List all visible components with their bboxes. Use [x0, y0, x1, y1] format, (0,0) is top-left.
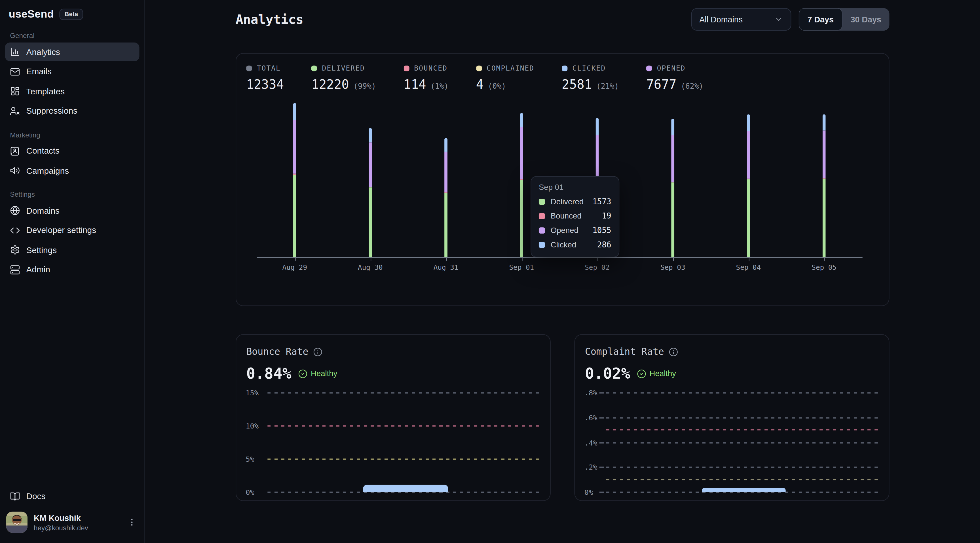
card-title: Complaint Rate — [585, 346, 664, 357]
sidebar-item-analytics[interactable]: Analytics — [5, 43, 140, 61]
bar-segment-delivered — [822, 179, 826, 257]
bounce-rate-series-area[interactable] — [363, 484, 448, 492]
avatar — [6, 511, 27, 533]
kebab-menu-icon[interactable] — [127, 517, 137, 527]
gridline-pink-threshold — [606, 429, 879, 430]
rate-cards-row: Bounce Rate 0.84% Healthy 15%10%5%0% — [235, 334, 889, 501]
y-axis-label: 0% — [245, 488, 255, 497]
x-axis-label: Sep 05 — [811, 264, 837, 272]
bar-segment-delivered — [671, 182, 674, 257]
tooltip-series-label: Delivered — [551, 197, 592, 206]
stat-color-dot — [246, 65, 252, 71]
sidebar-item-label: Settings — [26, 245, 57, 254]
user-menu[interactable]: KM Koushik hey@koushik.dev — [0, 507, 144, 538]
sidebar-item-label: Suppressions — [26, 106, 77, 116]
sidebar-item-suppressions[interactable]: Suppressions — [5, 102, 140, 120]
card-title: Bounce Rate — [246, 346, 308, 357]
status-label: Healthy — [311, 369, 337, 378]
stat-value: 114 — [404, 77, 426, 92]
stat-percentage: (99%) — [353, 82, 376, 90]
volume-bar-aug-29[interactable] — [293, 103, 296, 257]
sidebar-item-campaigns[interactable]: Campaigns — [5, 161, 140, 180]
tooltip-series-value: 1573 — [592, 197, 611, 206]
range-option-7-days[interactable]: 7 Days — [799, 8, 842, 30]
x-axis-tick — [748, 258, 749, 261]
tooltip-series-value: 286 — [597, 240, 611, 249]
app-logo: useSend — [9, 8, 54, 21]
bar-segment-delivered — [293, 175, 296, 257]
stat-color-dot — [476, 65, 482, 71]
sidebar-item-docs[interactable]: Docs — [5, 487, 140, 506]
domain-filter-select[interactable]: All Domains — [691, 8, 791, 30]
complaint-rate-value-row: 0.02% Healthy — [585, 365, 889, 382]
stat-value: 7677 — [646, 77, 676, 92]
sidebar-item-developer-settings[interactable]: Developer settings — [5, 221, 140, 240]
x-axis-tick — [294, 258, 295, 261]
tooltip-row-clicked: Clicked286 — [539, 240, 611, 249]
tooltip-color-chip — [539, 241, 545, 248]
stat-percentage: (1%) — [430, 82, 449, 90]
x-axis-tick — [446, 258, 447, 261]
sidebar-item-templates[interactable]: Templates — [5, 82, 140, 101]
volume-bar-sep-01[interactable] — [520, 113, 523, 257]
tooltip-color-chip — [539, 198, 545, 205]
stats-row: TOTAL12334DELIVERED12220(99%)BOUNCED114(… — [236, 54, 889, 92]
x-axis-label: Aug 31 — [434, 264, 458, 272]
sidebar-item-settings[interactable]: Settings — [5, 241, 140, 259]
chevron-down-icon — [775, 15, 783, 24]
x-axis-label: Sep 04 — [736, 264, 761, 272]
info-icon[interactable] — [313, 347, 323, 356]
sidebar-item-label: Campaigns — [26, 166, 69, 175]
y-axis-label: 0% — [584, 488, 593, 497]
sidebar-item-label: Developer settings — [26, 225, 96, 235]
sidebar-item-label: Emails — [26, 67, 52, 76]
volume-bar-sep-04[interactable] — [747, 114, 750, 257]
sidebar-item-label: Analytics — [26, 47, 60, 56]
volume-bar-aug-31[interactable] — [444, 138, 447, 257]
sidebar-item-emails[interactable]: Emails — [5, 62, 140, 81]
complaint-rate-plot: .8%.6%.4%.2%0% — [575, 387, 889, 491]
status-badge: Healthy — [298, 369, 337, 378]
tooltip-series-label: Clicked — [551, 240, 597, 249]
gridline-5- — [267, 459, 540, 460]
stat-color-dot — [404, 65, 409, 71]
stat-label: CLICKED — [573, 64, 606, 73]
y-axis-tick — [600, 392, 604, 393]
speaker-icon — [10, 165, 20, 175]
main-content: Analytics All Domains 7 Days 30 Days TOT… — [145, 0, 980, 543]
email-volume-card: TOTAL12334DELIVERED12220(99%)BOUNCED114(… — [235, 53, 889, 306]
gear-icon — [10, 245, 20, 255]
sidebar-nav: GeneralAnalyticsEmailsTemplatesSuppressi… — [0, 23, 144, 280]
beta-badge: Beta — [60, 9, 83, 20]
bar-segment-delivered — [520, 180, 523, 257]
volume-bar-aug-30[interactable] — [369, 128, 372, 257]
gridline--4- — [606, 442, 879, 443]
volume-bar-sep-03[interactable] — [671, 119, 674, 257]
info-icon[interactable] — [669, 347, 678, 356]
stat-delivered: DELIVERED12220(99%) — [311, 64, 376, 92]
gridline-10- — [267, 426, 540, 427]
stat-value: 12334 — [246, 77, 284, 92]
sidebar-bottom: Docs KM Koushik hey@koushi — [0, 486, 144, 543]
sidebar-item-label: Docs — [26, 492, 46, 501]
range-option-30-days[interactable]: 30 Days — [842, 8, 889, 30]
volume-bar-sep-05[interactable] — [822, 114, 826, 257]
x-axis-tick — [824, 258, 825, 261]
stat-color-dot — [562, 65, 567, 71]
complaint-rate-series-area[interactable] — [702, 488, 786, 492]
tooltip-row-delivered: Delivered1573 — [539, 197, 611, 206]
sidebar-item-contacts[interactable]: Contacts — [5, 141, 140, 160]
bar-segment-clicked — [747, 114, 750, 131]
sidebar-item-domains[interactable]: Domains — [5, 201, 140, 220]
bar-segment-delivered — [444, 193, 447, 257]
stat-value: 4 — [476, 77, 484, 92]
x-axis-label: Sep 03 — [660, 264, 686, 272]
bar-segment-clicked — [671, 119, 674, 135]
sidebar-item-admin[interactable]: Admin — [5, 260, 140, 279]
x-axis-tick — [522, 258, 522, 261]
complaint-rate-card: Complaint Rate 0.02% Healthy .8%.6%.4%.2… — [574, 334, 889, 501]
y-axis-label: .4% — [584, 438, 597, 447]
bar-segment-opened — [293, 120, 296, 174]
gridline--6- — [606, 417, 879, 418]
bar-segment-opened — [822, 131, 826, 178]
